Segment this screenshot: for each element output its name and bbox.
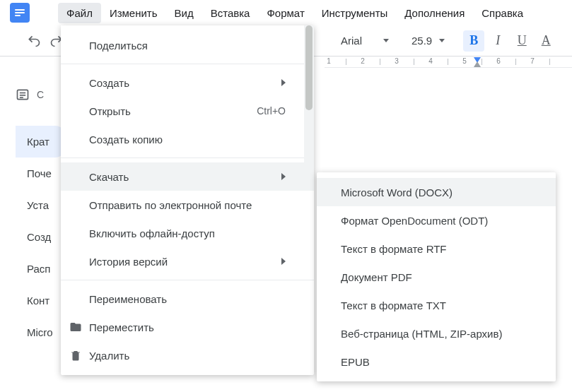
menu-create[interactable]: Создать (61, 69, 314, 97)
ruler-number: 3 (395, 57, 399, 65)
chevron-right-icon (281, 79, 286, 86)
outline-icon (16, 88, 30, 102)
undo-button[interactable] (23, 30, 45, 52)
outline-item[interactable]: Созд (16, 221, 65, 253)
menu-addons[interactable]: Дополнения (396, 3, 473, 23)
outline-item[interactable]: Micro (16, 316, 65, 348)
menu-email[interactable]: Отправить по электронной почте (61, 191, 314, 219)
outline-item[interactable]: Крат (16, 126, 65, 158)
download-submenu: Microsoft Word (DOCX) Формат OpenDocumen… (317, 172, 556, 381)
menu-edit[interactable]: Изменить (101, 3, 166, 23)
menu-help[interactable]: Справка (473, 3, 532, 23)
ruler-number: 7 (530, 57, 535, 65)
docs-logo[interactable] (10, 3, 30, 23)
chevron-down-icon (439, 39, 445, 42)
menu-separator (61, 280, 314, 280)
menu-file[interactable]: Файл (58, 3, 101, 23)
font-family-value: Arial (341, 35, 362, 47)
menu-share[interactable]: Поделиться (61, 31, 314, 59)
menu-separator (61, 158, 314, 158)
menu-make-copy[interactable]: Создать копию (61, 125, 314, 153)
ruler-number: 1 (327, 57, 331, 65)
chevron-down-icon (383, 39, 389, 42)
font-family-select[interactable]: Arial (337, 32, 393, 49)
download-docx[interactable]: Microsoft Word (DOCX) (317, 178, 556, 206)
menu-open[interactable]: Открыть Ctrl+O (61, 97, 314, 125)
download-pdf[interactable]: Документ PDF (317, 263, 556, 291)
download-rtf[interactable]: Текст в формате RTF (317, 234, 556, 263)
outline-panel: С Крат Поче Уста Созд Расп Конт Micro (16, 88, 65, 348)
underline-button[interactable]: U (511, 30, 532, 52)
ruler-number: 6 (496, 57, 501, 65)
file-menu-dropdown: Поделиться Создать Открыть Ctrl+O Создат… (61, 25, 314, 375)
font-size-select[interactable]: 25.9 (407, 32, 449, 49)
menubar: Файл Изменить Вид Вставка Формат Инструм… (0, 0, 572, 25)
download-html[interactable]: Веб-страница (HTML, ZIP-архив) (317, 319, 556, 348)
ruler-number: 2 (361, 57, 365, 65)
menu-move[interactable]: Переместить (61, 313, 314, 341)
outline-item[interactable]: Уста (16, 189, 65, 221)
ruler: 1 2 3 4 5 6 7 (325, 57, 572, 68)
bold-button[interactable]: B (463, 30, 484, 52)
menu-delete[interactable]: Удалить (61, 341, 314, 369)
text-color-button[interactable]: A (535, 30, 556, 52)
chevron-right-icon (281, 258, 286, 265)
menu-download[interactable]: Скачать (61, 162, 314, 191)
ruler-number: 4 (428, 57, 433, 65)
download-epub[interactable]: EPUB (317, 348, 556, 376)
chevron-right-icon (281, 173, 286, 180)
trash-icon (69, 349, 82, 362)
menu-rename[interactable]: Переименовать (61, 285, 314, 313)
download-txt[interactable]: Текст в формате TXT (317, 291, 556, 319)
outline-item[interactable]: Расп (16, 253, 65, 285)
menu-offline[interactable]: Включить офлайн-доступ (61, 219, 314, 247)
outline-title-fragment: С (37, 89, 44, 100)
menu-format[interactable]: Формат (258, 3, 313, 23)
font-size-value: 25.9 (412, 35, 432, 47)
italic-button[interactable]: I (487, 30, 508, 52)
menu-version-history[interactable]: История версий (61, 247, 314, 275)
menu-insert[interactable]: Вставка (202, 3, 259, 23)
menu-separator (61, 64, 314, 64)
menu-tools[interactable]: Инструменты (313, 3, 397, 23)
outline-item[interactable]: Поче (16, 158, 65, 189)
outline-item[interactable]: Конт (16, 285, 65, 316)
download-odt[interactable]: Формат OpenDocument (ODT) (317, 206, 556, 234)
folder-icon (69, 321, 82, 333)
indent-marker-bottom[interactable] (474, 61, 481, 67)
shortcut-label: Ctrl+O (257, 105, 286, 117)
ruler-number: 5 (462, 57, 467, 65)
menu-view[interactable]: Вид (166, 3, 202, 23)
